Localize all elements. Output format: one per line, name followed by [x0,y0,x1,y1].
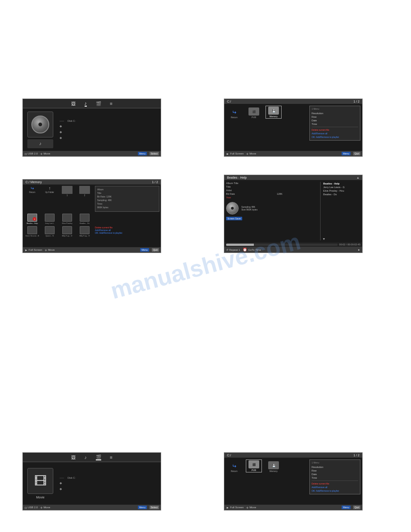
screen5-move-btn[interactable]: ✛ Move [40,506,50,509]
beatles-do-item[interactable]: Beatles - Do [77,214,93,224]
pvr-icon: ⬛ [248,107,259,116]
screen6-memory-icon: 💾 [268,461,279,469]
menu-btn2[interactable]: Menu [342,152,351,155]
screen6-add-all-option[interactable]: Add/Remove all [312,485,358,489]
screen5-bottom-bar: ⊡ USB 2.0 ✛ Move Menu Select [23,505,161,510]
gene-vincent-item[interactable]: Gene Vincent - B [24,226,40,237]
screen6-menu-row[interactable]: Row [312,469,358,472]
screen3-ok-note: OK: Add/Remove to playlist [95,232,159,234]
screen5-menu-btn-label[interactable]: Menu [138,506,147,509]
memory-item[interactable]: 💾 Memory [265,106,282,119]
time-display: 00:02 / 00:00:02:45 [339,243,360,246]
ok-btn[interactable]: Select [150,152,159,155]
exit-btn[interactable]: Quit [353,152,360,155]
screen6-delete-option[interactable]: Delete current file [312,482,358,485]
delete-file-option[interactable]: Delete current file [312,128,358,132]
screen3-bottom-bar: ► Full Screen ✛ Move Menu Quit [23,247,161,253]
progress-bar[interactable] [226,244,338,246]
playlist-item-3[interactable]: Elvis Presley - Hou [322,189,360,193]
playlist-item-1[interactable]: Beatles - Help [322,182,360,185]
screen6-pvr-item[interactable]: ⬛ PVR [246,459,262,472]
move-btn[interactable]: ✛ Move [40,152,50,155]
repeat-label: Repeat 1 [229,249,240,251]
exit-btn-label[interactable]: Quit [353,152,360,155]
screen6-ok-add-option[interactable]: OK: Add/Remove to playlist [312,489,358,493]
screen6-move-btn[interactable]: ✛ Move [246,506,256,509]
title-row: Title [97,192,157,194]
screen4-bottom-bar: ↺ Repeat 1 ⏰ GoTo Time ► [224,247,362,253]
billy-fury-d-item[interactable]: Billy Fury - D [59,226,75,237]
screen4-arrow-down[interactable]: ▼ [322,237,360,240]
nav-video-icon[interactable]: 🎬 [96,101,101,106]
pvr-item[interactable]: ⬛ PVR [246,107,262,119]
disc-icon [31,116,49,133]
menu-row[interactable]: Row [312,115,358,119]
screen3-exit-label[interactable]: Quit [152,248,159,252]
screen5-nav-photo-icon[interactable]: 🖼 [71,455,76,460]
nav-menu-icon[interactable]: ≡ [110,101,113,106]
menu-date[interactable]: Date [312,119,358,122]
screen6-menu-btn-label[interactable]: Menu [342,506,351,509]
menu-resolution[interactable]: Resolution [312,112,358,115]
screen3-move-btn[interactable]: ✛ Move [45,249,55,252]
screen2-page: 1 / 2 [353,100,360,103]
menu-btn2-label[interactable]: Menu [342,152,351,155]
screen5-nav-video-icon[interactable]: 🎬 [96,455,101,460]
screen5-nav-menu-icon[interactable]: ≡ [110,455,113,460]
upfolder-item[interactable]: ↑ Up Folder [42,186,58,212]
screen6-exit-btn[interactable]: Quit [353,506,360,509]
move-label2: Move [249,152,256,155]
time-row: Time: [97,202,157,205]
return-item[interactable]: ↵ Return [226,109,242,119]
screen6-return-item[interactable]: ↵ Return [226,463,242,472]
screen6-menu-time[interactable]: Time [312,476,358,480]
ok-add-remove-option[interactable]: OK: Add/Remove to playlist [312,135,358,139]
screen2-title: C:/ [227,100,231,103]
album-row: Album [97,188,157,191]
jerry-lee-item[interactable]: Jerry Lee L. [42,214,58,224]
menu-btn-label[interactable]: Menu [138,152,147,155]
return-folder-item[interactable]: ↵ Return [24,186,40,212]
screen3-fullscreen-btn[interactable]: ► Full Screen [25,249,42,252]
folder-2-item[interactable]: 2 [77,186,93,212]
screen6-page: 1 / 2 [353,454,360,457]
screen5-ok-btn-label[interactable]: Select [150,506,159,509]
repeat-icon: ↺ [226,248,228,251]
screen6-menu-resolution[interactable]: Resolution [312,465,358,469]
add-remove-all-option[interactable]: Add/Remove all [312,132,358,135]
screen4-arrow-up[interactable]: ▲ [356,176,360,179]
nav-music-icon[interactable]: ♪ [85,101,87,107]
folder-1-item[interactable]: 1 [59,186,75,212]
screen6-exit-btn-label[interactable]: Quit [353,506,360,509]
menu-btn[interactable]: Menu [138,152,147,155]
ok-btn-label[interactable]: Select [150,152,159,155]
playlist-item-2[interactable]: Jerry Lee Lewis - G [322,185,360,189]
elvis-presley-item[interactable]: Elvis Presley [59,214,75,224]
queen-item[interactable]: Queen - N [42,226,58,237]
screen6-memory-item[interactable]: 💾 Memory [265,461,282,472]
screen4-title: Beatles - Help [227,176,247,179]
billy-fury-h-item[interactable]: Billy Fury - H [77,226,93,237]
album-title-label: Album Title [226,182,274,184]
screen3-menu-btn[interactable]: Menu [140,248,149,252]
fullscreen-btn[interactable]: ► Full Screen [226,152,244,155]
screen3-menu-label[interactable]: Menu [140,248,149,252]
beatles-help-item[interactable]: 3 Beatles - Help [24,214,40,224]
nav-photo-icon[interactable]: 🖼 [71,101,76,106]
screen5-menu-btn[interactable]: Menu [138,506,147,509]
memory-icon: 💾 [268,107,279,115]
screen6-menu-btn[interactable]: Menu [342,506,351,509]
goto-btn[interactable]: ⏰ GoTo Time [243,248,261,252]
screen6-menu-date[interactable]: Date [312,472,358,476]
screen5-nav-music-icon[interactable]: ♪ [85,455,87,460]
play-btn[interactable]: ► [358,249,360,251]
screen6-fullscreen-btn[interactable]: ► Full Screen [226,506,244,509]
screen5-ok-btn[interactable]: Select [150,506,159,509]
move-btn2[interactable]: ✛ Move [246,152,256,155]
screen2-file-browser: C:/ 1 / 2 ↵ Return ⬛ PVR [224,99,363,157]
screen5-usb-indicator: ⊡ USB 2.0 [25,506,38,509]
screen3-exit-btn[interactable]: Quit [152,248,159,252]
playlist-item-4[interactable]: Beatles - Do [322,193,360,196]
menu-time[interactable]: Time [312,122,358,126]
repeat-btn[interactable]: ↺ Repeat 1 [226,248,240,251]
